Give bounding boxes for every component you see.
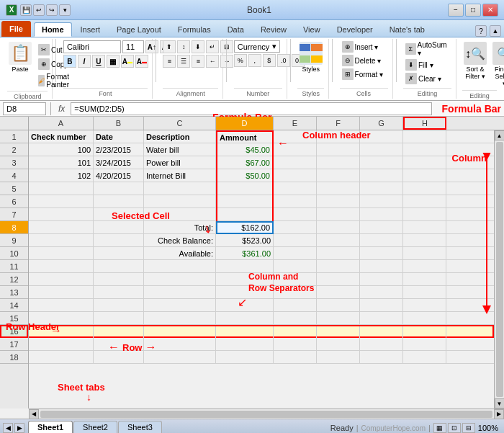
fill-color-button[interactable]: A▬ (121, 55, 134, 68)
cell-h9[interactable] (403, 234, 446, 247)
font-size-selector[interactable]: 11 (122, 40, 144, 53)
find-select-button[interactable]: 🔍 Find &Select ▾ (491, 40, 504, 89)
cell-d9[interactable]: $523.00 (216, 234, 274, 247)
cell-a8[interactable] (29, 221, 94, 234)
cell-f5[interactable] (317, 182, 360, 195)
cell-a3[interactable]: 101 (29, 156, 94, 169)
sheet-tab-3[interactable]: Sheet3 (118, 421, 162, 433)
row-header-6[interactable]: 6 (0, 195, 28, 208)
cell-e1[interactable] (274, 130, 317, 143)
styles-button[interactable]: Styles (297, 40, 324, 74)
cell-g1[interactable] (360, 130, 403, 143)
scroll-right-button[interactable]: ▶ (494, 409, 504, 419)
cell-h5[interactable] (403, 182, 446, 195)
cell-e7[interactable] (274, 208, 317, 221)
cell-g8[interactable] (360, 221, 403, 234)
border-button[interactable]: ▦ (107, 55, 120, 68)
cell-a9[interactable] (29, 234, 94, 247)
font-color-button[interactable]: A▬ (135, 55, 148, 68)
bold-button[interactable]: B (63, 55, 76, 68)
cell-e5[interactable] (274, 182, 317, 195)
align-middle-button[interactable]: ↕ (177, 40, 190, 53)
row-header-11[interactable]: 11 (0, 260, 28, 273)
cell-g3[interactable] (360, 156, 403, 169)
col-header-c[interactable]: C (144, 117, 216, 130)
cell-h7[interactable] (403, 208, 446, 221)
row-header-17[interactable]: 17 (0, 338, 28, 351)
cell-d8[interactable]: $162.00 (216, 221, 274, 234)
scroll-thumb-h[interactable] (40, 411, 492, 418)
cell-h10[interactable] (403, 247, 446, 260)
scroll-up-button[interactable]: ▲ (495, 130, 505, 140)
col-header-b[interactable]: B (94, 117, 144, 130)
cell-c9[interactable]: Check Balance: (144, 234, 216, 247)
page-layout-button[interactable]: ⊡ (448, 423, 461, 433)
cell-b2[interactable]: 2/23/2015 (94, 143, 144, 156)
cell-c7[interactable] (144, 208, 216, 221)
cell-a6[interactable] (29, 195, 94, 208)
cell-d4[interactable]: $50.00 (216, 169, 274, 182)
row-header-2[interactable]: 2 (0, 143, 28, 156)
increase-font-button[interactable]: A↑ (145, 40, 158, 53)
row-header-3[interactable]: 3 (0, 156, 28, 169)
cell-c6[interactable] (144, 195, 216, 208)
cell-g6[interactable] (360, 195, 403, 208)
cell-a5[interactable] (29, 182, 94, 195)
cell-a10[interactable] (29, 247, 94, 260)
row-header-16[interactable]: 16 (0, 325, 28, 338)
tab-formulas[interactable]: Formulas (170, 22, 219, 37)
col-header-e[interactable]: E (274, 117, 317, 130)
align-left-button[interactable]: ≡ (163, 55, 176, 68)
help-icon[interactable]: ? (475, 25, 487, 37)
tab-data[interactable]: Data (220, 22, 252, 37)
insert-button[interactable]: ⊕Insert ▾ (340, 40, 381, 53)
tab-home[interactable]: Home (34, 22, 72, 37)
cell-f3[interactable] (317, 156, 360, 169)
cell-b1[interactable]: Date (94, 130, 144, 143)
cell-d3[interactable]: $67.00 (216, 156, 274, 169)
cell-d1[interactable]: Ammount (216, 130, 274, 143)
scroll-thumb-v[interactable] (496, 142, 503, 397)
cell-e3[interactable] (274, 156, 317, 169)
cell-f9[interactable] (317, 234, 360, 247)
cell-f6[interactable] (317, 195, 360, 208)
cell-d10[interactable]: $361.00 (216, 247, 274, 260)
cell-b8[interactable] (94, 221, 144, 234)
percent-button[interactable]: % (234, 54, 247, 67)
cell-f1[interactable] (317, 130, 360, 143)
clear-button[interactable]: ✗Clear ▾ (403, 72, 444, 85)
cell-h6[interactable] (403, 195, 446, 208)
cell-a7[interactable] (29, 208, 94, 221)
col-header-f[interactable]: F (317, 117, 360, 130)
close-button[interactable]: ✕ (482, 4, 498, 17)
delete-button[interactable]: ⊖Delete ▾ (340, 54, 384, 67)
increase-decimal-button[interactable]: .0 (277, 54, 290, 67)
row-header-8[interactable]: 8 (0, 221, 28, 234)
page-break-button[interactable]: ⊟ (462, 423, 475, 433)
cell-g5[interactable] (360, 182, 403, 195)
cell-e9[interactable] (274, 234, 317, 247)
horizontal-scrollbar[interactable]: ◀ ▶ (29, 409, 504, 419)
cell-b3[interactable]: 3/24/2015 (94, 156, 144, 169)
formula-input[interactable]: =SUM(D2:D5) (71, 102, 431, 115)
cell-f2[interactable] (317, 143, 360, 156)
cell-d7[interactable] (216, 208, 274, 221)
cell-c3[interactable]: Power bill (144, 156, 216, 169)
col-header-h[interactable]: H (403, 117, 446, 130)
align-center-button[interactable]: ☰ (177, 55, 190, 68)
font-name-selector[interactable]: Calibri (63, 40, 121, 53)
cell-c1[interactable]: Description (144, 130, 216, 143)
sheet-nav-left[interactable]: ◀ (3, 423, 13, 433)
cell-h3[interactable] (403, 156, 446, 169)
cell-a4[interactable]: 102 (29, 169, 94, 182)
number-format-selector[interactable]: Currency ▾ (234, 40, 281, 53)
cell-e2[interactable] (274, 143, 317, 156)
cell-h8[interactable] (403, 221, 446, 234)
autosum-button[interactable]: ΣAutoSum ▾ (403, 40, 451, 58)
cell-a1[interactable]: Check number (29, 130, 94, 143)
cell-d2[interactable]: $45.00 (216, 143, 274, 156)
cell-c10[interactable]: Available: (144, 247, 216, 260)
cell-h2[interactable] (403, 143, 446, 156)
cell-g7[interactable] (360, 208, 403, 221)
tab-developer[interactable]: Developer (329, 22, 381, 37)
